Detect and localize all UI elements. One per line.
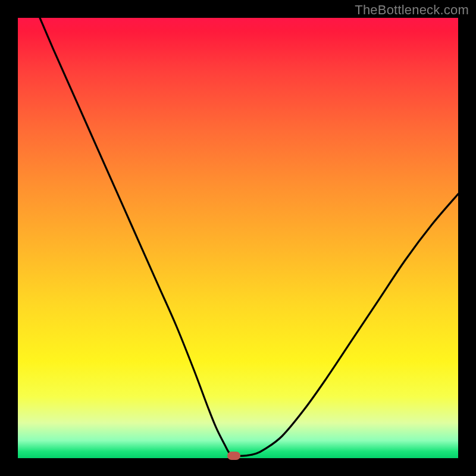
watermark-text: TheBottleneck.com xyxy=(355,2,469,18)
minimum-marker xyxy=(227,452,240,460)
bottleneck-curve xyxy=(18,18,458,458)
chart-frame: TheBottleneck.com xyxy=(0,0,476,476)
plot-area xyxy=(18,18,458,458)
